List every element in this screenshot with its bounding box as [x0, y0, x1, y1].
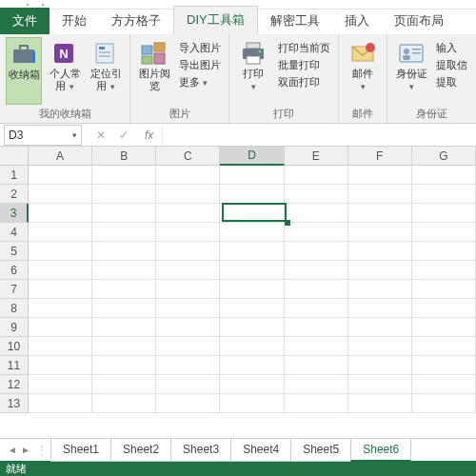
cell-D8[interactable]: [220, 299, 284, 318]
cell-A2[interactable]: [29, 185, 92, 204]
cell-E13[interactable]: [285, 394, 348, 413]
tab-file[interactable]: 文件: [0, 8, 50, 34]
cell-B5[interactable]: [92, 242, 156, 261]
cell-F7[interactable]: [348, 280, 412, 299]
enter-icon[interactable]: ✓: [116, 129, 131, 142]
cell-C13[interactable]: [156, 394, 220, 413]
extract-info-button[interactable]: 提取信: [434, 56, 469, 73]
cell-E2[interactable]: [285, 185, 348, 204]
row-header-5[interactable]: 5: [0, 242, 29, 261]
cell-C2[interactable]: [156, 185, 220, 204]
fx-icon[interactable]: fx: [139, 129, 154, 142]
cell-C11[interactable]: [156, 356, 220, 375]
cell-A3[interactable]: [29, 204, 92, 223]
column-headers[interactable]: ABCDEFG: [29, 147, 476, 166]
cell-B6[interactable]: [92, 261, 156, 280]
col-header-D[interactable]: D: [220, 147, 284, 166]
sheet-tab-Sheet6[interactable]: Sheet6: [350, 439, 411, 462]
name-box[interactable]: D3 ▾: [4, 125, 82, 146]
sheet-tab-Sheet5[interactable]: Sheet5: [290, 439, 351, 462]
cell-B7[interactable]: [92, 280, 156, 299]
cell-C5[interactable]: [156, 242, 220, 261]
sheet-nav-prev[interactable]: ◄: [6, 445, 19, 455]
cell-B4[interactable]: [92, 223, 156, 242]
cell-G1[interactable]: [412, 166, 476, 185]
cell-A11[interactable]: [29, 356, 92, 375]
cell-F1[interactable]: [348, 166, 412, 185]
batch-print-button[interactable]: 批量打印: [276, 56, 332, 73]
cell-C3[interactable]: [156, 204, 220, 223]
cell-D9[interactable]: [220, 318, 284, 337]
cell-D11[interactable]: [220, 356, 284, 375]
cell-G11[interactable]: [412, 356, 476, 375]
input-button[interactable]: 输入: [434, 39, 469, 56]
cell-B3[interactable]: [92, 204, 156, 223]
cell-C7[interactable]: [156, 280, 220, 299]
cell-D1[interactable]: [220, 166, 284, 185]
cell-E6[interactable]: [285, 261, 348, 280]
spreadsheet-grid[interactable]: ABCDEFG 12345678910111213: [0, 147, 476, 438]
row-header-12[interactable]: 12: [0, 375, 29, 394]
cell-G13[interactable]: [412, 394, 476, 413]
cell-A10[interactable]: [29, 337, 92, 356]
mail-button[interactable]: 邮件▾: [345, 37, 381, 105]
tab-insert[interactable]: 插入: [332, 8, 382, 34]
cell-A1[interactable]: [29, 166, 92, 185]
cell-B10[interactable]: [92, 337, 156, 356]
cell-B13[interactable]: [92, 394, 156, 413]
idcard-button[interactable]: 身份证▾: [393, 37, 429, 105]
cell-B8[interactable]: [92, 299, 156, 318]
tab-pagelayout[interactable]: 页面布局: [382, 8, 456, 34]
cell-D13[interactable]: [220, 394, 284, 413]
cell-G5[interactable]: [412, 242, 476, 261]
cell-D12[interactable]: [220, 375, 284, 394]
sheet-nav-next[interactable]: ►: [19, 445, 32, 455]
cell-C12[interactable]: [156, 375, 220, 394]
cell-A4[interactable]: [29, 223, 92, 242]
cell-G4[interactable]: [412, 223, 476, 242]
cell-A8[interactable]: [29, 299, 92, 318]
tab-home[interactable]: 开始: [50, 8, 99, 34]
row-header-11[interactable]: 11: [0, 356, 29, 375]
cell-B1[interactable]: [92, 166, 156, 185]
print-button[interactable]: 打印▾: [235, 37, 271, 105]
cell-E12[interactable]: [285, 375, 348, 394]
col-header-F[interactable]: F: [348, 147, 412, 166]
cell-G3[interactable]: [412, 204, 476, 223]
cell-E10[interactable]: [285, 337, 348, 356]
extract-button[interactable]: 提取: [434, 73, 469, 90]
cell-F10[interactable]: [348, 337, 412, 356]
cell-A9[interactable]: [29, 318, 92, 337]
cell-C10[interactable]: [156, 337, 220, 356]
row-header-9[interactable]: 9: [0, 318, 29, 337]
cell-A7[interactable]: [29, 280, 92, 299]
sheet-tab-Sheet2[interactable]: Sheet2: [110, 439, 171, 462]
row-header-7[interactable]: 7: [0, 280, 29, 299]
row-headers[interactable]: 12345678910111213: [0, 166, 29, 413]
sheet-tab-Sheet1[interactable]: Sheet1: [50, 439, 111, 462]
cell-A6[interactable]: [29, 261, 92, 280]
cell-B9[interactable]: [92, 318, 156, 337]
col-header-G[interactable]: G: [412, 147, 476, 166]
cell-F5[interactable]: [348, 242, 412, 261]
cell-F9[interactable]: [348, 318, 412, 337]
cell-F4[interactable]: [348, 223, 412, 242]
cell-F12[interactable]: [348, 375, 412, 394]
cell-E5[interactable]: [285, 242, 348, 261]
cell-C1[interactable]: [156, 166, 220, 185]
cell-G2[interactable]: [412, 185, 476, 204]
cell-B11[interactable]: [92, 356, 156, 375]
cell-A13[interactable]: [29, 394, 92, 413]
duplex-print-button[interactable]: 双面打印: [276, 73, 332, 90]
cell-D7[interactable]: [220, 280, 284, 299]
row-header-13[interactable]: 13: [0, 394, 29, 413]
cell-F11[interactable]: [348, 356, 412, 375]
favorites-button[interactable]: 收纳箱: [6, 37, 42, 105]
cell-B2[interactable]: [92, 185, 156, 204]
cell-C8[interactable]: [156, 299, 220, 318]
cell-D10[interactable]: [220, 337, 284, 356]
tab-diy-toolbox[interactable]: DIY工具箱: [173, 6, 258, 34]
cell-A5[interactable]: [29, 242, 92, 261]
cell-D6[interactable]: [220, 261, 284, 280]
cell-E9[interactable]: [285, 318, 348, 337]
